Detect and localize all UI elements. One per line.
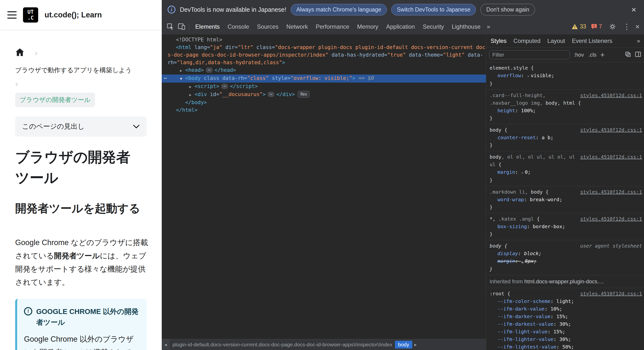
css-property-name: word-wrap: [498, 197, 524, 203]
expand-arrow-icon[interactable]: ▶: [186, 83, 194, 91]
issues-counter[interactable]: 7: [591, 23, 602, 30]
tab-performance[interactable]: Performance: [312, 19, 353, 34]
tab-network[interactable]: Network: [282, 19, 312, 34]
devtools-close-icon[interactable]: ×: [635, 23, 640, 30]
more-tabs-icon[interactable]: »: [484, 23, 492, 30]
sidebar-tab-layout[interactable]: Layout: [544, 35, 568, 47]
logo-line1: UT: [28, 9, 34, 15]
css-property-name: margin: [498, 258, 515, 264]
tab-security[interactable]: Security: [419, 19, 448, 34]
css-property[interactable]: display: block;: [486, 250, 644, 257]
dom-row[interactable]: </body>: [162, 99, 486, 106]
css-property[interactable]: margin: ▸0;: [486, 168, 644, 177]
tab-application[interactable]: Application: [382, 19, 419, 34]
sidebar-tab-styles[interactable]: Styles: [487, 35, 510, 47]
kebab-menu-icon[interactable]: ⋮: [623, 23, 630, 30]
crumb-path[interactable]: plugin-id-default.docs-version-current.d…: [172, 342, 392, 347]
flex-badge[interactable]: flex: [298, 91, 310, 98]
site-title[interactable]: ut.code(); Learn: [44, 11, 102, 19]
css-property[interactable]: height: 100%;: [486, 107, 644, 114]
tab-console[interactable]: Console: [224, 19, 253, 34]
styles-filter-row: :hov.cls +: [486, 48, 644, 62]
sidebar-tab-computed[interactable]: Computed: [510, 35, 544, 47]
stylesheet-source-link[interactable]: styles.4510f12d.css:1: [580, 290, 642, 297]
inherited-node-link[interactable]: html.docs-wrapper.plugin-docs.…: [524, 278, 604, 285]
dom-row[interactable]: <!DOCTYPE html>: [162, 36, 486, 44]
css-property[interactable]: --ifm-light-value: 15%;: [486, 328, 644, 335]
sidebar-tab-event-listeners[interactable]: Event Listeners: [568, 35, 616, 47]
site-logo[interactable]: UT .C: [23, 7, 38, 23]
collapsed-content-button[interactable]: ⋯: [268, 92, 274, 97]
docs-content: › ブラウザで動作するアプリを構築しよう › ブラウザの開発者ツール このページ…: [0, 48, 162, 350]
css-property[interactable]: overflow: ▸visible;: [486, 72, 644, 80]
device-toolbar-icon[interactable]: [176, 21, 187, 32]
css-property[interactable]: box-sizing: border-box;: [486, 223, 644, 230]
infobar-close-icon[interactable]: ×: [629, 6, 638, 14]
info-icon: i: [168, 6, 176, 14]
node-menu-dots-icon[interactable]: ⋯: [164, 75, 167, 82]
css-property[interactable]: word-wrap: break-word;: [486, 196, 644, 204]
dom-row[interactable]: <html lang="ja" dir="ltr" class="docs-wr…: [162, 44, 486, 66]
match-language-button[interactable]: Always match Chrome's language: [291, 4, 387, 16]
warnings-counter[interactable]: 33: [572, 23, 586, 30]
stylesheet-source-link[interactable]: styles.4510f12d.css:1: [580, 92, 642, 99]
css-property[interactable]: --ifm-darker-value: 15%;: [486, 313, 644, 320]
code-token: "ja": [210, 44, 222, 50]
dom-row[interactable]: ▶<script>⋯</script>: [162, 83, 486, 91]
code-token: "true": [387, 52, 406, 58]
rule-selector-line: styles.4510f12d.css:1body {: [486, 126, 644, 134]
css-property[interactable]: margin: ▸8px;: [486, 257, 644, 265]
breadcrumb-separator: ›: [35, 49, 38, 57]
tab-sources[interactable]: Sources: [253, 19, 282, 34]
new-style-rule-icon[interactable]: +: [600, 51, 605, 59]
menu-hamburger-icon[interactable]: [7, 11, 17, 19]
crumb-scroll-left-icon[interactable]: ◀: [162, 339, 170, 350]
crumb-scroll-right-icon[interactable]: ▶: [414, 343, 417, 346]
css-property-value: 50%;: [562, 344, 574, 350]
toggle-cls[interactable]: .cls: [588, 52, 596, 58]
dom-row[interactable]: ⋯▼<body class data-rh="class" style="ove…: [162, 75, 486, 83]
toggle-hov[interactable]: :hov: [574, 52, 584, 58]
switch-japanese-button[interactable]: Switch DevTools to Japanese: [391, 4, 476, 16]
body-paragraph: Google Chrome などのブラウザに搭載されている開発者ツールには、ウェ…: [15, 236, 148, 289]
breadcrumb-level1[interactable]: ブラウザで動作するアプリを構築しよう: [15, 65, 146, 75]
dom-row[interactable]: ▶<head>⋯</head>: [162, 66, 486, 75]
computed-panel-toggle-icon[interactable]: [635, 51, 641, 58]
rule-close-brace: }: [486, 230, 644, 238]
css-property[interactable]: --ifm-dark-value: 10%;: [486, 305, 644, 313]
collapsed-content-button[interactable]: ⋯: [206, 67, 213, 73]
shorthand-expand-icon[interactable]: ▸: [527, 74, 529, 78]
css-property[interactable]: --ifm-lightest-value: 50%;: [486, 343, 644, 350]
inspect-element-icon[interactable]: [165, 21, 176, 32]
dom-row[interactable]: ▶<div id="__docusaurus">⋯</div>flex: [162, 91, 486, 99]
tab-memory[interactable]: Memory: [353, 19, 382, 34]
css-property[interactable]: --ifm-darkest-value: 30%;: [486, 320, 644, 328]
dom-row[interactable]: </html>: [162, 106, 486, 114]
expand-arrow-icon[interactable]: ▶: [177, 67, 185, 75]
tab-lighthouse[interactable]: Lighthouse: [448, 19, 484, 34]
crumb-selected-body[interactable]: body: [395, 341, 412, 348]
settings-gear-icon[interactable]: [607, 21, 618, 32]
home-icon[interactable]: [15, 48, 24, 57]
shorthand-expand-icon[interactable]: ▸: [522, 260, 523, 263]
dismiss-infobar-button[interactable]: Don't show again: [480, 4, 535, 16]
collapsed-content-button[interactable]: ⋯: [221, 84, 228, 89]
stylesheet-source-link[interactable]: styles.4510f12d.css:1: [580, 153, 642, 161]
code-token: >: [352, 75, 356, 81]
css-property-value: 8px;: [525, 258, 536, 264]
element-states-icon[interactable]: [625, 51, 631, 58]
page-toc-toggle[interactable]: このページの見出し: [15, 116, 146, 136]
stylesheet-source-link[interactable]: styles.4510f12d.css:1: [580, 126, 642, 134]
styles-filter-input[interactable]: [489, 50, 570, 59]
code-token: </script>: [230, 83, 258, 89]
css-property[interactable]: --ifm-color-scheme: light;: [486, 297, 644, 305]
stylesheet-source-link[interactable]: styles.4510f12d.css:1: [580, 188, 642, 196]
sidebar-more-tabs-icon[interactable]: »: [634, 38, 643, 44]
css-property[interactable]: counter-reset: a b;: [486, 134, 644, 141]
expand-arrow-icon[interactable]: ▼: [177, 75, 185, 83]
expand-arrow-icon[interactable]: ▶: [186, 91, 194, 99]
stylesheet-source-link[interactable]: styles.4510f12d.css:1: [580, 215, 642, 223]
css-property[interactable]: --ifm-lighter-value: 30%;: [486, 335, 644, 343]
shorthand-expand-icon[interactable]: ▸: [522, 170, 523, 174]
tab-elements[interactable]: Elements: [191, 19, 224, 34]
